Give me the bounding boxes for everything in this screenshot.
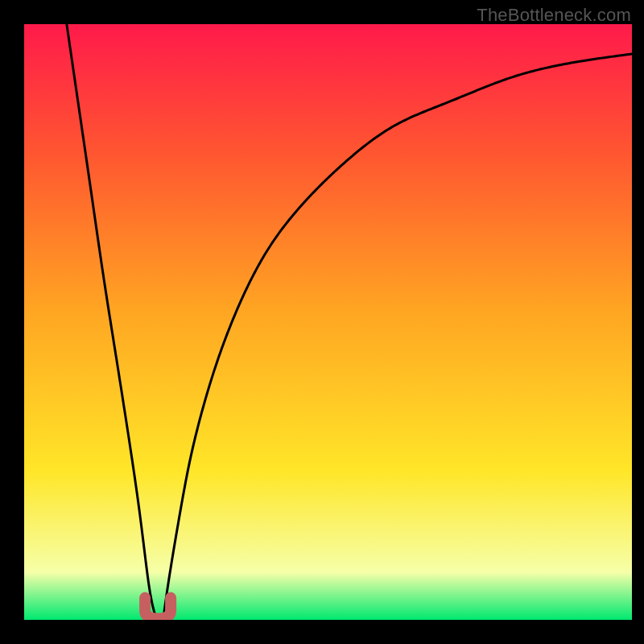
optimal-marker	[145, 598, 171, 619]
chart-frame: TheBottleneck.com	[0, 0, 644, 644]
curve-right-branch	[164, 54, 632, 614]
curve-left-branch	[67, 24, 155, 614]
bottleneck-curve	[24, 24, 632, 620]
plot-area	[24, 24, 632, 620]
watermark-text: TheBottleneck.com	[477, 5, 631, 26]
